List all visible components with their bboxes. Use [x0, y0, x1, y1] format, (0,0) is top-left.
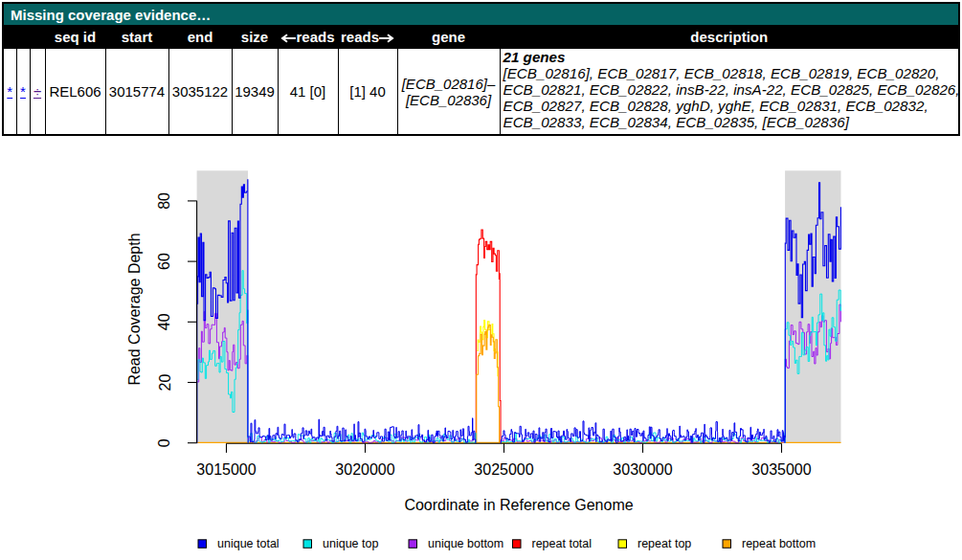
- svg-text:80: 80: [157, 192, 173, 210]
- svg-text:repeat bottom: repeat bottom: [742, 537, 816, 550]
- svg-text:Read Coverage Depth: Read Coverage Depth: [126, 233, 143, 385]
- svg-text:3025000: 3025000: [474, 461, 533, 478]
- svg-text:unique total: unique total: [217, 537, 280, 550]
- svg-text:60: 60: [157, 253, 173, 270]
- svg-text:0: 0: [157, 438, 173, 447]
- svg-text:3035000: 3035000: [751, 461, 811, 478]
- svg-text:repeat top: repeat top: [638, 537, 691, 550]
- svg-text:unique top: unique top: [323, 537, 378, 550]
- svg-text:3020000: 3020000: [335, 461, 394, 478]
- svg-text:Coordinate in Reference Genome: Coordinate in Reference Genome: [404, 497, 633, 513]
- svg-text:20: 20: [157, 374, 173, 392]
- svg-text:40: 40: [157, 313, 173, 330]
- svg-text:3015000: 3015000: [196, 461, 256, 478]
- svg-text:3030000: 3030000: [613, 461, 672, 478]
- svg-text:unique bottom: unique bottom: [428, 537, 503, 550]
- svg-text:repeat total: repeat total: [532, 537, 593, 550]
